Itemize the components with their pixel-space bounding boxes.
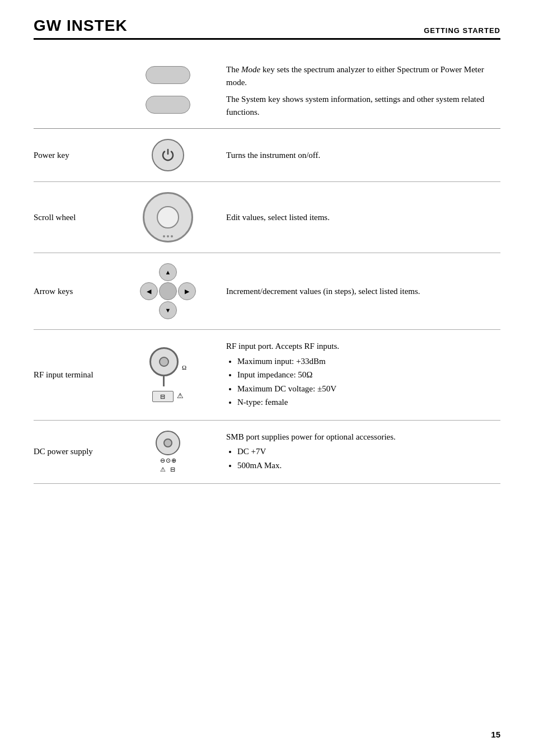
rf-warning-symbol: ⚠ (177, 391, 184, 400)
power-button (152, 139, 184, 171)
rf-input-list: Maximum input: +33dBm Input impedance: 5… (226, 355, 500, 409)
dc-center: ⊙ (166, 457, 171, 464)
page: GW INSTEK GETTING STARTED The Mode key s… (0, 0, 534, 756)
table-row: Scroll wheel Edit values, select listed … (34, 182, 500, 253)
rf-connector-inner (159, 357, 169, 367)
knurl-dot (163, 235, 165, 237)
smb-connector (156, 431, 180, 455)
dc-polarity-label: ⊖ ⊙ ⊕ (160, 457, 176, 464)
dc-lines-symbol: ⊟ (160, 393, 166, 400)
page-number: 15 (491, 730, 500, 739)
dc-power-desc: SMB port supplies power for optional acc… (213, 420, 500, 483)
table-row: RF input terminal Ω (34, 330, 500, 421)
list-item: DC +7V (237, 445, 500, 458)
dc-plus: ⊕ (171, 457, 176, 464)
knurl-dot (171, 235, 173, 237)
dc-warning-symbol: ⚠ (160, 466, 166, 473)
dc-minus: ⊖ (160, 457, 165, 464)
list-item: 500mA Max. (237, 459, 500, 472)
section-title: GETTING STARTED (424, 26, 500, 35)
list-item: N-type: female (237, 396, 500, 409)
mode-key-button (146, 66, 190, 84)
rf-vertical-line (163, 376, 165, 386)
scroll-wheel-desc: Edit values, select listed items. (213, 182, 500, 253)
arrow-empty (140, 301, 158, 319)
list-item: Maximum input: +33dBm (237, 355, 500, 368)
arrow-center-key (159, 282, 177, 300)
arrow-left-key: ◀ (140, 282, 158, 300)
rf-terminal-icon: Ω ⊟ ⚠ (149, 347, 186, 402)
header-divider (34, 38, 500, 40)
knurl-dot (167, 235, 169, 237)
scroll-wheel-label: Scroll wheel (34, 182, 123, 253)
list-item: Maximum DC voltage: ±50V (237, 382, 500, 395)
rf-input-label: RF input terminal (34, 330, 123, 421)
system-key-icon-cell (123, 91, 213, 129)
dc-main-desc: SMB port supplies power for optional acc… (226, 432, 396, 441)
scroll-wheel-icon (143, 192, 193, 242)
arrow-empty (140, 263, 158, 281)
arrow-keys-desc: Increment/decrement values (in steps), s… (213, 253, 500, 330)
power-icon (160, 147, 176, 163)
smb-inner (163, 438, 172, 447)
arrow-up-key: ▲ (159, 263, 177, 281)
rf-omega-label: Ω (182, 364, 186, 371)
rf-input-main-desc: RF input port. Accepts RF inputs. (226, 342, 339, 351)
dc-supply-icon: ⊖ ⊙ ⊕ ⚠ ⊟ (156, 431, 180, 473)
logo: GW INSTEK (34, 17, 128, 35)
dc-lines-label: ⊟ (170, 466, 176, 473)
arrow-keys-icon-cell: ▲ ◀ ▶ ▼ (123, 253, 213, 330)
scroll-inner-ring (157, 206, 179, 228)
arrow-empty (178, 301, 196, 319)
table-row: DC power supply ⊖ ⊙ ⊕ ⚠ ⊟ (34, 420, 500, 483)
list-item: Input impedance: 50Ω (237, 368, 500, 381)
arrow-right-key: ▶ (178, 282, 196, 300)
rf-input-desc: RF input port. Accepts RF inputs. Maximu… (213, 330, 500, 421)
rf-plug-symbol: ⊟ (152, 391, 174, 402)
rf-input-icon-cell: Ω ⊟ ⚠ (123, 330, 213, 421)
arrow-down-key: ▼ (159, 301, 177, 319)
dc-power-list: DC +7V 500mA Max. (226, 445, 500, 472)
arrow-keys-icon: ▲ ◀ ▶ ▼ (140, 263, 196, 319)
power-key-label: Power key (34, 129, 123, 182)
knurl-dots (163, 235, 173, 237)
dc-power-label: DC power supply (34, 420, 123, 483)
arrow-keys-label: Arrow keys (34, 253, 123, 330)
scroll-wheel-icon-cell (123, 182, 213, 253)
system-key-button (146, 96, 190, 114)
table-row: Arrow keys ▲ ◀ ▶ ▼ Increment/decre (34, 253, 500, 330)
header: GW INSTEK GETTING STARTED (34, 17, 500, 35)
rf-connector (149, 347, 179, 376)
table-row: The Mode key sets the spectrum analyzer … (34, 53, 500, 91)
content-table: The Mode key sets the spectrum analyzer … (34, 53, 500, 484)
table-row: The System key shows system information,… (34, 91, 500, 129)
mode-key-icon-cell (123, 53, 213, 91)
dc-warning-row: ⚠ ⊟ (160, 466, 176, 473)
system-key-desc: The System key shows system information,… (213, 91, 500, 129)
mode-italic: Mode (241, 65, 260, 74)
table-row: Power key Turns the instrument on/off. (34, 129, 500, 182)
power-key-desc: Turns the instrument on/off. (213, 129, 500, 182)
dc-power-icon-cell: ⊖ ⊙ ⊕ ⚠ ⊟ (123, 420, 213, 483)
arrow-empty (178, 263, 196, 281)
power-key-icon-cell (123, 129, 213, 182)
system-key-label (34, 91, 123, 129)
mode-key-label (34, 53, 123, 91)
mode-key-desc: The Mode key sets the spectrum analyzer … (213, 53, 500, 91)
